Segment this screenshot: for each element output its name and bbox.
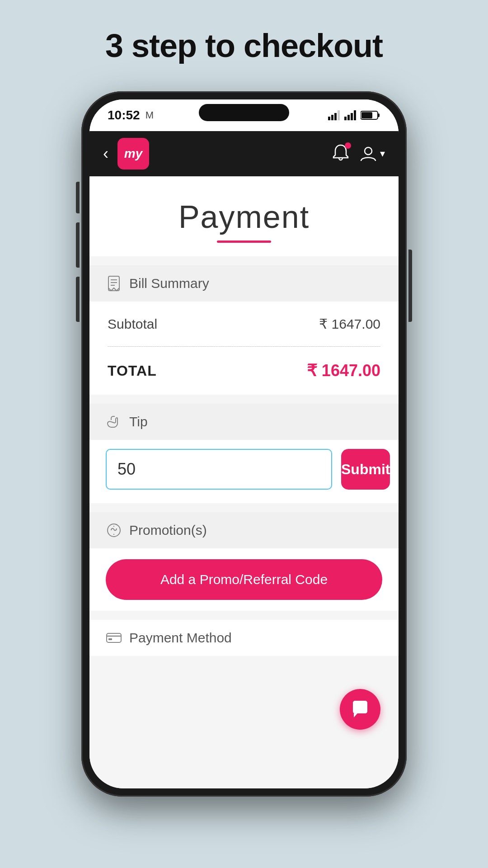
svg-rect-21	[108, 638, 112, 640]
power-button	[408, 250, 412, 322]
dropdown-arrow-icon: ▾	[380, 148, 385, 160]
payment-method-label: Payment Method	[129, 630, 232, 646]
notification-dot	[345, 142, 351, 149]
tip-input[interactable]	[106, 449, 332, 490]
svg-rect-0	[328, 117, 330, 120]
header-left: ‹ my	[103, 138, 149, 170]
bill-icon	[106, 275, 122, 292]
tip-icon	[106, 414, 122, 430]
header-right: ▾	[331, 143, 385, 164]
chat-fab[interactable]	[340, 689, 380, 730]
subtotal-row: Subtotal ₹ 1647.00	[89, 302, 399, 346]
svg-rect-19	[107, 633, 121, 642]
notification-bell[interactable]	[331, 143, 350, 164]
title-underline	[217, 241, 271, 243]
page-heading: 3 step to checkout	[105, 27, 383, 64]
total-value: ₹ 1647.00	[307, 361, 380, 380]
phone-shell: 10:52 M	[81, 91, 407, 797]
tip-label: Tip	[129, 414, 148, 429]
svg-rect-1	[331, 115, 333, 120]
back-button[interactable]: ‹	[103, 144, 108, 163]
svg-rect-5	[347, 115, 350, 120]
svg-rect-9	[378, 113, 380, 117]
svg-rect-10	[361, 112, 372, 118]
bill-content: Subtotal ₹ 1647.00 TOTAL ₹ 1647.00	[89, 302, 399, 395]
silent-button	[76, 277, 80, 322]
status-time: 10:52	[108, 108, 140, 123]
subtotal-value: ₹ 1647.00	[319, 316, 380, 332]
signal2-icon	[344, 110, 357, 120]
status-bar: 10:52 M	[89, 99, 399, 131]
payment-title-area: Payment	[89, 176, 399, 256]
bill-summary-label: Bill Summary	[129, 276, 209, 291]
payment-method-header: Payment Method	[89, 620, 399, 656]
app-logo: my	[117, 138, 149, 170]
signal-icon	[328, 110, 341, 120]
total-row: TOTAL ₹ 1647.00	[89, 347, 399, 395]
payment-title: Payment	[178, 199, 310, 235]
promotions-content: Add a Promo/Referral Code	[89, 548, 399, 611]
notch	[199, 104, 289, 121]
phone-screen: 10:52 M	[89, 99, 399, 788]
bill-summary-header: Bill Summary	[89, 265, 399, 302]
promotions-header: Promotion(s)	[89, 512, 399, 548]
gap4	[89, 611, 399, 620]
user-icon	[359, 145, 377, 163]
gmail-icon: M	[145, 109, 154, 121]
app-header: ‹ my ▾	[89, 131, 399, 176]
payment-method-icon	[106, 630, 122, 646]
battery-icon	[361, 110, 380, 120]
add-promo-button[interactable]: Add a Promo/Referral Code	[106, 559, 382, 600]
submit-button[interactable]: Submit	[341, 449, 390, 490]
svg-rect-2	[334, 113, 337, 120]
promotions-label: Promotion(s)	[129, 523, 207, 538]
tip-input-row: Submit	[89, 440, 399, 503]
status-icons	[328, 110, 380, 120]
chat-icon	[350, 699, 370, 719]
svg-rect-3	[338, 110, 340, 120]
volume-up-button	[76, 182, 80, 213]
subtotal-label: Subtotal	[108, 316, 157, 332]
gap2	[89, 395, 399, 404]
app-content: Payment Bill Summary Subtotal	[89, 176, 399, 788]
total-label: TOTAL	[108, 363, 157, 379]
tip-content: Submit	[89, 440, 399, 503]
user-menu[interactable]: ▾	[359, 145, 385, 163]
svg-rect-7	[354, 110, 356, 120]
gap1	[89, 256, 399, 265]
svg-rect-4	[344, 117, 347, 120]
gap3	[89, 503, 399, 512]
svg-point-11	[365, 147, 372, 155]
tip-header: Tip	[89, 404, 399, 440]
svg-rect-6	[351, 113, 353, 120]
volume-down-button	[76, 222, 80, 268]
promo-icon	[106, 522, 122, 538]
promo-btn-row: Add a Promo/Referral Code	[89, 548, 399, 611]
